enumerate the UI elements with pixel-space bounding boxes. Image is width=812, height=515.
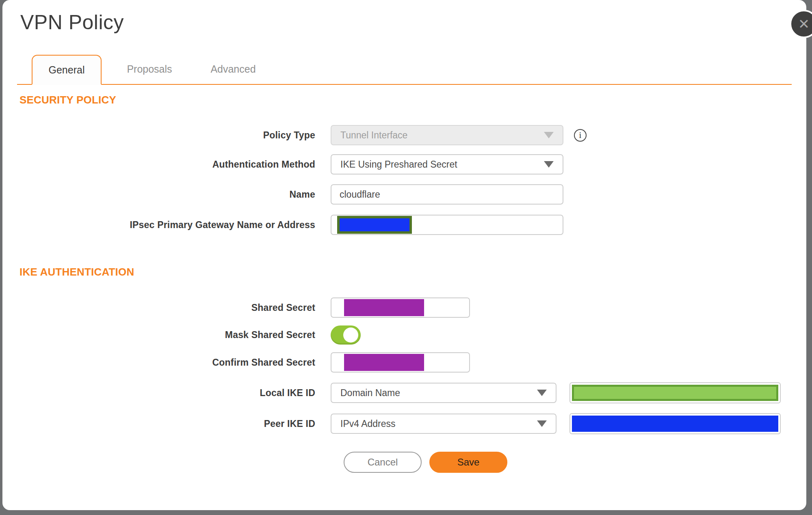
chevron-down-icon [537,420,547,427]
chevron-down-icon [544,132,554,138]
gateway-input[interactable] [331,215,563,235]
policy-type-value: Tunnel Interface [340,130,407,141]
section-heading-security-policy: SECURITY POLICY [19,94,792,106]
local-ike-id-type-value: Domain Name [340,388,400,399]
redacted-confirm-shared-secret-value [344,354,424,371]
redacted-peer-ike-id-value [572,416,778,432]
local-ike-id-input[interactable] [569,382,781,403]
vpn-policy-dialog: VPN Policy General Proposals Advanced SE… [2,0,806,510]
redacted-gateway-value [337,216,412,234]
confirm-shared-secret-label: Confirm Shared Secret [17,357,315,368]
auth-method-label: Authentication Method [17,159,315,170]
dialog-content: SECURITY POLICY Policy Type Tunnel Inter… [2,85,806,473]
tab-general-label: General [49,64,85,76]
save-button[interactable]: Save [429,452,507,473]
row-peer-ike-id: Peer IKE ID IPv4 Address [17,413,792,434]
peer-ike-id-input[interactable] [569,413,781,434]
peer-ike-id-label: Peer IKE ID [17,418,315,429]
row-local-ike-id: Local IKE ID Domain Name [17,382,792,403]
row-mask-shared-secret: Mask Shared Secret [17,325,792,345]
mask-shared-secret-label: Mask Shared Secret [17,330,315,340]
row-gateway: IPsec Primary Gateway Name or Address [17,215,792,235]
peer-ike-id-select[interactable]: IPv4 Address [331,414,556,434]
shared-secret-input[interactable] [331,297,470,318]
info-icon[interactable]: i [574,129,587,142]
row-shared-secret: Shared Secret [17,297,792,318]
confirm-shared-secret-input[interactable] [331,352,470,373]
tab-bar: General Proposals Advanced [17,54,792,85]
policy-type-label: Policy Type [17,130,315,141]
local-ike-id-select[interactable]: Domain Name [331,383,556,403]
cancel-button[interactable]: Cancel [344,452,422,473]
section-heading-ike-authentication: IKE AUTHENTICATION [19,266,792,278]
name-input[interactable]: cloudflare [331,184,563,205]
row-auth-method: Authentication Method IKE Using Preshare… [17,154,792,175]
tab-general[interactable]: General [32,55,102,85]
peer-ike-id-type-value: IPv4 Address [340,418,396,429]
toggle-knob [343,328,358,343]
page-title: VPN Policy [20,11,806,34]
close-icon: ✕ [798,17,810,31]
chevron-down-icon [544,161,554,168]
tab-proposals-label: Proposals [127,63,172,75]
redacted-local-ike-id-value [572,385,778,401]
policy-type-select: Tunnel Interface [331,125,563,145]
tab-proposals[interactable]: Proposals [114,54,185,84]
row-policy-type: Policy Type Tunnel Interface i [17,125,792,145]
local-ike-id-label: Local IKE ID [17,388,315,399]
auth-method-value: IKE Using Preshared Secret [340,159,457,170]
row-confirm-shared-secret: Confirm Shared Secret [17,352,792,373]
name-label: Name [17,189,315,200]
redacted-shared-secret-value [344,299,424,316]
tab-advanced[interactable]: Advanced [197,54,269,84]
mask-shared-secret-toggle[interactable] [331,325,361,345]
tab-advanced-label: Advanced [210,63,256,75]
shared-secret-label: Shared Secret [17,302,315,313]
row-name: Name cloudflare [17,184,792,205]
chevron-down-icon [537,390,547,396]
dialog-actions: Cancel Save [344,452,792,473]
auth-method-select[interactable]: IKE Using Preshared Secret [331,154,563,175]
gateway-label: IPsec Primary Gateway Name or Address [17,220,315,231]
name-value: cloudflare [340,189,380,200]
